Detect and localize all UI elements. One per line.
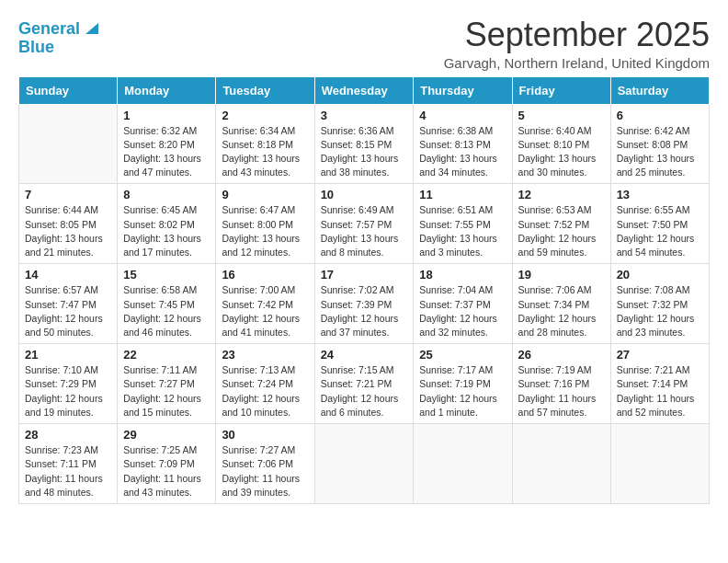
day-info: Sunrise: 7:10 AMSunset: 7:29 PMDaylight:… — [25, 363, 111, 419]
day-info: Sunrise: 6:36 AMSunset: 8:15 PMDaylight:… — [321, 124, 408, 180]
day-info: Sunrise: 6:34 AMSunset: 8:18 PMDaylight:… — [222, 124, 308, 180]
day-info: Sunrise: 7:11 AMSunset: 7:27 PMDaylight:… — [123, 363, 210, 419]
day-number: 14 — [25, 268, 111, 282]
calendar-cell: 1Sunrise: 6:32 AMSunset: 8:20 PMDaylight… — [118, 104, 216, 184]
day-number: 4 — [419, 109, 506, 122]
calendar-cell: 20Sunrise: 7:08 AMSunset: 7:32 PMDayligh… — [610, 264, 709, 344]
calendar-cell: 24Sunrise: 7:15 AMSunset: 7:21 PMDayligh… — [314, 344, 414, 424]
calendar-cell — [19, 104, 118, 184]
calendar-cell: 30Sunrise: 7:27 AMSunset: 7:06 PMDayligh… — [216, 424, 314, 504]
day-number: 29 — [123, 428, 210, 442]
calendar-cell: 10Sunrise: 6:49 AMSunset: 7:57 PMDayligh… — [314, 184, 414, 264]
day-info: Sunrise: 7:13 AMSunset: 7:24 PMDaylight:… — [222, 363, 308, 419]
calendar-cell — [610, 424, 709, 504]
day-number: 24 — [321, 348, 408, 362]
day-info: Sunrise: 6:57 AMSunset: 7:47 PMDaylight:… — [25, 283, 111, 339]
calendar-cell: 26Sunrise: 7:19 AMSunset: 7:16 PMDayligh… — [512, 344, 610, 424]
calendar-cell: 22Sunrise: 7:11 AMSunset: 7:27 PMDayligh… — [118, 344, 216, 424]
day-info: Sunrise: 6:45 AMSunset: 8:02 PMDaylight:… — [123, 203, 210, 259]
logo-text: General — [18, 20, 80, 39]
day-info: Sunrise: 7:08 AMSunset: 7:32 PMDaylight:… — [617, 283, 703, 339]
calendar-cell — [414, 424, 512, 504]
svg-marker-0 — [85, 23, 98, 34]
day-number: 26 — [518, 348, 605, 362]
day-info: Sunrise: 6:44 AMSunset: 8:05 PMDaylight:… — [25, 203, 111, 259]
day-number: 23 — [222, 348, 308, 362]
day-number: 13 — [617, 188, 703, 201]
calendar-cell: 27Sunrise: 7:21 AMSunset: 7:14 PMDayligh… — [610, 344, 709, 424]
calendar-cell: 21Sunrise: 7:10 AMSunset: 7:29 PMDayligh… — [19, 344, 118, 424]
calendar: SundayMondayTuesdayWednesdayThursdayFrid… — [18, 76, 710, 504]
day-number: 20 — [617, 268, 703, 282]
day-info: Sunrise: 6:55 AMSunset: 7:50 PMDaylight:… — [617, 203, 703, 259]
day-info: Sunrise: 6:40 AMSunset: 8:10 PMDaylight:… — [518, 124, 605, 180]
calendar-cell: 19Sunrise: 7:06 AMSunset: 7:34 PMDayligh… — [512, 264, 610, 344]
day-number: 5 — [518, 109, 605, 122]
header-day-saturday: Saturday — [610, 76, 709, 104]
day-info: Sunrise: 7:02 AMSunset: 7:39 PMDaylight:… — [321, 283, 408, 339]
day-number: 28 — [25, 428, 111, 442]
logo-icon — [82, 17, 102, 38]
calendar-cell: 8Sunrise: 6:45 AMSunset: 8:02 PMDaylight… — [118, 184, 216, 264]
calendar-cell: 16Sunrise: 7:00 AMSunset: 7:42 PMDayligh… — [216, 264, 314, 344]
day-number: 22 — [123, 348, 210, 362]
calendar-cell: 11Sunrise: 6:51 AMSunset: 7:55 PMDayligh… — [414, 184, 512, 264]
header-day-sunday: Sunday — [19, 76, 118, 104]
day-number: 19 — [518, 268, 605, 282]
day-info: Sunrise: 7:00 AMSunset: 7:42 PMDaylight:… — [222, 283, 308, 339]
calendar-cell — [314, 424, 414, 504]
calendar-header-row: SundayMondayTuesdayWednesdayThursdayFrid… — [19, 76, 710, 104]
day-number: 17 — [321, 268, 408, 282]
day-number: 15 — [123, 268, 210, 282]
day-number: 27 — [617, 348, 703, 362]
calendar-cell: 6Sunrise: 6:42 AMSunset: 8:08 PMDaylight… — [610, 104, 709, 184]
day-info: Sunrise: 7:19 AMSunset: 7:16 PMDaylight:… — [518, 363, 605, 419]
day-info: Sunrise: 7:06 AMSunset: 7:34 PMDaylight:… — [518, 283, 605, 339]
day-info: Sunrise: 6:47 AMSunset: 8:00 PMDaylight:… — [222, 203, 308, 259]
calendar-cell: 17Sunrise: 7:02 AMSunset: 7:39 PMDayligh… — [314, 264, 414, 344]
month-title: September 2025 — [444, 17, 710, 53]
day-info: Sunrise: 6:42 AMSunset: 8:08 PMDaylight:… — [617, 124, 703, 180]
header-day-tuesday: Tuesday — [216, 76, 314, 104]
logo: General Blue — [18, 20, 102, 57]
day-number: 12 — [518, 188, 605, 201]
calendar-week-row: 14Sunrise: 6:57 AMSunset: 7:47 PMDayligh… — [19, 264, 710, 344]
page: General Blue September 2025 Garvagh, Nor… — [0, 0, 728, 563]
day-info: Sunrise: 6:51 AMSunset: 7:55 PMDaylight:… — [419, 203, 506, 259]
calendar-cell — [512, 424, 610, 504]
day-number: 1 — [123, 109, 210, 122]
day-number: 3 — [321, 109, 408, 122]
calendar-cell: 28Sunrise: 7:23 AMSunset: 7:11 PMDayligh… — [19, 424, 118, 504]
calendar-cell: 14Sunrise: 6:57 AMSunset: 7:47 PMDayligh… — [19, 264, 118, 344]
day-info: Sunrise: 6:53 AMSunset: 7:52 PMDaylight:… — [518, 203, 605, 259]
calendar-cell: 29Sunrise: 7:25 AMSunset: 7:09 PMDayligh… — [118, 424, 216, 504]
day-number: 10 — [321, 188, 408, 201]
calendar-cell: 9Sunrise: 6:47 AMSunset: 8:00 PMDaylight… — [216, 184, 314, 264]
day-number: 18 — [419, 268, 506, 282]
day-number: 9 — [222, 188, 308, 201]
day-info: Sunrise: 7:17 AMSunset: 7:19 PMDaylight:… — [419, 363, 506, 419]
calendar-cell: 4Sunrise: 6:38 AMSunset: 8:13 PMDaylight… — [414, 104, 512, 184]
calendar-cell: 23Sunrise: 7:13 AMSunset: 7:24 PMDayligh… — [216, 344, 314, 424]
calendar-cell: 12Sunrise: 6:53 AMSunset: 7:52 PMDayligh… — [512, 184, 610, 264]
day-number: 11 — [419, 188, 506, 201]
calendar-week-row: 7Sunrise: 6:44 AMSunset: 8:05 PMDaylight… — [19, 184, 710, 264]
location: Garvagh, Northern Ireland, United Kingdo… — [444, 55, 710, 71]
day-number: 6 — [617, 109, 703, 122]
calendar-cell: 5Sunrise: 6:40 AMSunset: 8:10 PMDaylight… — [512, 104, 610, 184]
day-number: 2 — [222, 109, 308, 122]
calendar-cell: 3Sunrise: 6:36 AMSunset: 8:15 PMDaylight… — [314, 104, 414, 184]
header-day-wednesday: Wednesday — [314, 76, 414, 104]
day-info: Sunrise: 6:32 AMSunset: 8:20 PMDaylight:… — [123, 124, 210, 180]
day-info: Sunrise: 7:27 AMSunset: 7:06 PMDaylight:… — [222, 443, 308, 500]
day-info: Sunrise: 6:58 AMSunset: 7:45 PMDaylight:… — [123, 283, 210, 339]
day-number: 8 — [123, 188, 210, 201]
day-number: 25 — [419, 348, 506, 362]
calendar-cell: 2Sunrise: 6:34 AMSunset: 8:18 PMDaylight… — [216, 104, 314, 184]
calendar-week-row: 1Sunrise: 6:32 AMSunset: 8:20 PMDaylight… — [19, 104, 710, 184]
calendar-cell: 15Sunrise: 6:58 AMSunset: 7:45 PMDayligh… — [118, 264, 216, 344]
header-day-friday: Friday — [512, 76, 610, 104]
day-info: Sunrise: 7:04 AMSunset: 7:37 PMDaylight:… — [419, 283, 506, 339]
calendar-cell: 7Sunrise: 6:44 AMSunset: 8:05 PMDaylight… — [19, 184, 118, 264]
day-info: Sunrise: 7:15 AMSunset: 7:21 PMDaylight:… — [321, 363, 408, 419]
